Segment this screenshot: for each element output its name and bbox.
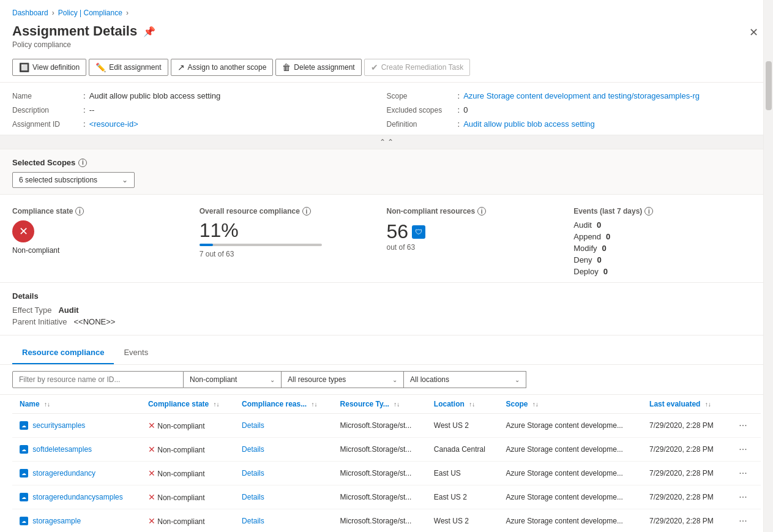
detail-link-0[interactable]: Details (242, 421, 264, 430)
parent-initiative-value: <<NONE>> (73, 317, 115, 326)
breadcrumb-dashboard[interactable]: Dashboard (12, 9, 48, 17)
meta-name-value: Audit allow public blob access setting (89, 91, 221, 100)
col-header-last-evaluated[interactable]: Last evaluated ↑↓ (642, 395, 728, 414)
resource-link-4[interactable]: storagesample (32, 517, 81, 525)
cell-more-3: ··· (728, 485, 761, 509)
table-row: ☁ storageredundancy ✕ Non-compliant Deta… (12, 462, 761, 485)
tab-resource-compliance[interactable]: Resource compliance (12, 342, 114, 364)
more-options-button-4[interactable]: ··· (735, 514, 750, 528)
detail-link-4[interactable]: Details (242, 517, 264, 525)
location-filter-dropdown[interactable]: All locations ⌄ (404, 371, 526, 388)
page-title: Assignment Details (12, 23, 137, 39)
meta-col-right: Scope : Azure Storage content developmen… (387, 91, 761, 129)
delete-assignment-button[interactable]: 🗑 Delete assignment (275, 59, 361, 76)
storage-icon-0: ☁ (20, 421, 28, 430)
more-options-button-2[interactable]: ··· (735, 466, 750, 480)
resource-filter-input[interactable] (12, 371, 184, 388)
noncompliant-count-value: 56 (387, 220, 409, 243)
cell-last-evaluated-1: 7/29/2020, 2:28 PM (642, 438, 728, 462)
sort-icon-resource-type: ↑↓ (394, 401, 400, 408)
cell-scope-1: Azure Storage content developme... (498, 438, 642, 462)
breadcrumb: Dashboard › Policy | Compliance › (0, 0, 773, 21)
cell-compliance-1: ✕ Non-compliant (141, 438, 234, 462)
meta-definition-row: Definition : Audit allow public blob acc… (387, 119, 761, 129)
scopes-dropdown[interactable]: 6 selected subscriptions ⌄ (12, 172, 135, 188)
location-filter-value: All locations (410, 375, 449, 384)
noncompliant-block: Non-compliant resources i 56 🛡 out of 63 (387, 207, 574, 276)
compliance-state-text: Non-compliant (12, 246, 59, 255)
cell-location-4: West US 2 (427, 509, 499, 533)
event-deny: Deny 0 (573, 255, 742, 264)
close-button[interactable]: ✕ (747, 23, 761, 42)
cell-reason-1: Details (234, 438, 332, 462)
table-row: ☁ storageredundancysamples ✕ Non-complia… (12, 485, 761, 509)
view-definition-button[interactable]: 🔲 View definition (12, 59, 86, 76)
scopes-section: Selected Scopes i 6 selected subscriptio… (0, 149, 773, 195)
sort-icon-reason: ↑↓ (312, 401, 318, 408)
meta-assignment-id-value[interactable]: <resource-id> (89, 119, 138, 129)
resource-link-0[interactable]: securitysamples (32, 421, 85, 430)
collapse-bar[interactable]: ⌃ ⌃ (0, 135, 773, 149)
col-header-scope[interactable]: Scope ↑↓ (498, 395, 642, 414)
resource-link-1[interactable]: softdeletesamples (32, 445, 92, 454)
resource-type-filter-dropdown[interactable]: All resource types ⌄ (282, 371, 404, 388)
col-header-compliance-state[interactable]: Compliance state ↑↓ (141, 395, 234, 414)
resource-link-3[interactable]: storageredundancysamples (32, 493, 122, 501)
details-section: Details Effect Type Audit Parent Initiat… (0, 283, 773, 335)
meta-definition-label: Definition (387, 120, 454, 129)
overall-compliance-info-icon[interactable]: i (302, 207, 311, 215)
cell-reason-2: Details (234, 462, 332, 485)
overall-compliance-label: Overall resource compliance i (200, 207, 368, 215)
meta-definition-value[interactable]: Audit allow public blob access setting (463, 119, 595, 129)
meta-description-label: Description (12, 106, 80, 114)
chevron-up-icon: ⌃ ⌃ (379, 138, 394, 146)
event-deploy: Deploy 0 (573, 267, 742, 276)
event-modify: Modify 0 (573, 244, 742, 253)
more-options-button-3[interactable]: ··· (735, 490, 750, 504)
breadcrumb-separator-2: › (126, 9, 129, 17)
toolbar: 🔲 View definition ✏️ Edit assignment ↗ A… (0, 55, 773, 83)
create-remediation-button[interactable]: ✔ Create Remediation Task (364, 59, 471, 76)
detail-link-1[interactable]: Details (242, 445, 264, 454)
details-title: Details (12, 291, 761, 301)
col-header-compliance-reason[interactable]: Compliance reas... ↑↓ (234, 395, 332, 414)
cell-last-evaluated-4: 7/29/2020, 2:28 PM (642, 509, 728, 533)
meta-excluded-scopes-value: 0 (463, 105, 468, 114)
compliance-filter-dropdown[interactable]: Non-compliant ⌄ (184, 371, 282, 388)
meta-assignment-id-row: Assignment ID : <resource-id> (12, 119, 387, 129)
table-body: ☁ securitysamples ✕ Non-compliant Detail… (12, 414, 761, 533)
scopes-info-icon[interactable]: i (78, 159, 87, 167)
sort-icon-scope: ↑↓ (532, 401, 539, 408)
cell-reason-3: Details (234, 485, 332, 509)
noncompliant-info-icon[interactable]: i (477, 207, 486, 215)
detail-link-3[interactable]: Details (242, 493, 264, 501)
storage-icon-3: ☁ (20, 493, 28, 501)
compliance-state-info-icon[interactable]: i (75, 207, 84, 215)
filter-row: Non-compliant ⌄ All resource types ⌄ All… (0, 365, 773, 395)
meta-excluded-scopes-label: Excluded scopes (387, 106, 454, 114)
compliance-state-value: ✕ Non-compliant (12, 220, 181, 255)
cell-name-3: ☁ storageredundancysamples (12, 485, 141, 509)
cell-scope-0: Azure Storage content developme... (498, 414, 642, 438)
pin-icon[interactable]: 📌 (143, 26, 155, 37)
edit-assignment-button[interactable]: ✏️ Edit assignment (89, 59, 168, 76)
cell-scope-4: Azure Storage content developme... (498, 509, 642, 533)
breadcrumb-policy-compliance[interactable]: Policy | Compliance (58, 9, 122, 17)
more-options-button-1[interactable]: ··· (735, 443, 750, 456)
error-icon-4: ✕ (148, 516, 155, 526)
cell-more-4: ··· (728, 509, 761, 533)
meta-assignment-id-label: Assignment ID (12, 120, 80, 129)
col-header-location[interactable]: Location ↑↓ (427, 395, 499, 414)
resource-link-2[interactable]: storageredundancy (32, 469, 95, 478)
stats-section: Compliance state i ✕ Non-compliant Overa… (0, 195, 773, 283)
cell-scope-2: Azure Storage content developme... (498, 462, 642, 485)
meta-scope-value[interactable]: Azure Storage content development and te… (463, 91, 700, 100)
col-header-resource-type[interactable]: Resource Ty... ↑↓ (333, 395, 427, 414)
events-info-icon[interactable]: i (644, 207, 653, 215)
assign-scope-button[interactable]: ↗ Assign to another scope (171, 59, 274, 76)
location-filter-arrow: ⌄ (515, 377, 520, 383)
detail-link-2[interactable]: Details (242, 469, 264, 478)
col-header-name[interactable]: Name ↑↓ (12, 395, 141, 414)
tab-events[interactable]: Events (114, 342, 158, 364)
more-options-button-0[interactable]: ··· (735, 419, 750, 432)
